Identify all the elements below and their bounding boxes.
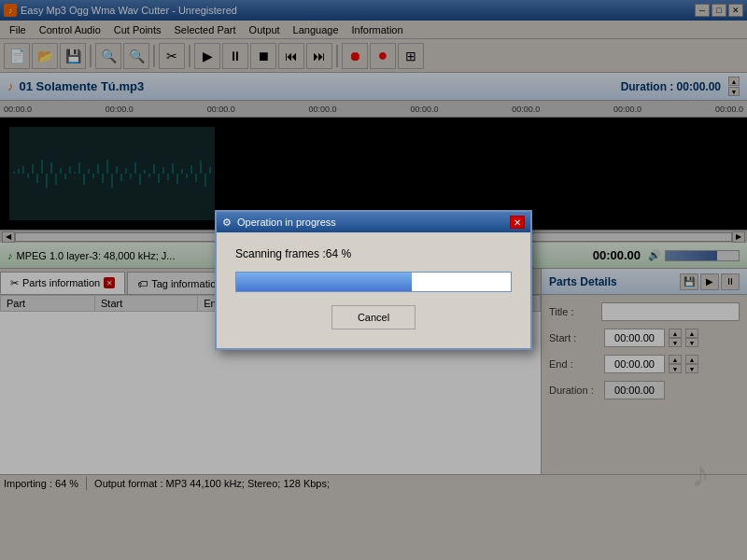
dialog-title-bar: ⚙ Operation in progress ✕ bbox=[217, 212, 530, 232]
dialog-content: Scanning frames :64 % Cancel bbox=[217, 232, 530, 348]
dialog-title-label: Operation in progress bbox=[237, 217, 336, 228]
dialog-gear-icon: ⚙ bbox=[222, 217, 232, 229]
dialog-footer: Cancel bbox=[235, 305, 512, 333]
music-note-decoration: ♪ bbox=[691, 453, 710, 495]
dialog-close-button[interactable]: ✕ bbox=[510, 216, 525, 229]
progress-dialog: ⚙ Operation in progress ✕ Scanning frame… bbox=[215, 210, 532, 350]
progress-bar-fill bbox=[236, 273, 412, 291]
dialog-title-text: ⚙ Operation in progress bbox=[222, 217, 336, 229]
dialog-status-text: Scanning frames :64 % bbox=[235, 247, 512, 260]
modal-overlay: ⚙ Operation in progress ✕ Scanning frame… bbox=[0, 0, 747, 560]
cancel-button[interactable]: Cancel bbox=[331, 305, 416, 329]
progress-bar-container bbox=[235, 272, 512, 292]
